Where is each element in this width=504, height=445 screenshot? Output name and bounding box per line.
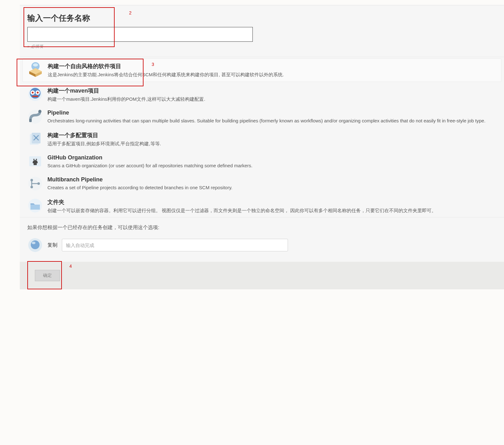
item-desc: 适用于多配置项目,例如多环境测试,平台指定构建,等等. (47, 140, 496, 147)
copy-row: 复制 (27, 237, 496, 253)
item-content: 文件夹 创建一个可以嵌套存储的容器。利用它可以进行分组。 视图仅仅是一个过滤器，… (47, 198, 496, 214)
item-content: 构建一个多配置项目 适用于多配置项目,例如多环境测试,平台指定构建,等等. (47, 131, 496, 147)
item-desc: Orchestrates long-running activities tha… (47, 117, 496, 125)
svg-point-6 (32, 92, 34, 94)
copy-label: 复制 (47, 242, 57, 249)
copy-from-input[interactable] (62, 239, 288, 251)
item-desc: 构建一个maven项目.Jenkins利用你的POM文件,这样可以大大减轻构建配… (47, 96, 496, 103)
item-title: Multibranch Pipeline (47, 176, 496, 183)
copy-hint: 如果你想根据一个已经存在的任务创建，可以使用这个选项: (27, 224, 496, 231)
svg-point-1 (33, 63, 38, 67)
item-title: 构建一个多配置项目 (47, 131, 496, 139)
new-item-page: 2 3 输入一个任务名称 » 必填项 构建一个自由风格的软件项目 (20, 5, 504, 289)
svg-point-27 (32, 242, 35, 244)
svg-rect-8 (32, 96, 38, 97)
project-type-folder[interactable]: 文件夹 创建一个可以嵌套存储的容器。利用它可以进行分组。 视图仅仅是一个过滤器，… (20, 195, 504, 217)
item-title: GitHub Organization (47, 154, 496, 161)
item-desc: 创建一个可以嵌套存储的容器。利用它可以进行分组。 视图仅仅是一个过滤器，而文件夹… (47, 207, 496, 214)
item-content: 构建一个maven项目 构建一个maven项目.Jenkins利用你的POM文件… (47, 86, 496, 103)
item-content: 构建一个自由风格的软件项目 这是Jenkins的主要功能.Jenkins将会结合… (48, 62, 496, 78)
folder-icon (27, 198, 43, 213)
header-section: 输入一个任务名称 » 必填项 (20, 5, 504, 57)
project-types-list: 构建一个自由风格的软件项目 这是Jenkins的主要功能.Jenkins将会结合… (20, 57, 504, 217)
ok-button[interactable]: 确定 (35, 270, 60, 281)
item-desc: Scans a GitHub organization (or user acc… (47, 162, 496, 169)
item-name-input[interactable] (27, 27, 253, 42)
svg-rect-11 (29, 119, 32, 122)
required-note: » 必填项 (27, 44, 496, 49)
github-icon (27, 154, 43, 169)
project-type-freestyle[interactable]: 构建一个自由风格的软件项目 这是Jenkins的主要功能.Jenkins将会结合… (22, 58, 501, 82)
annotation-label-4: 4 (69, 264, 72, 269)
svg-point-7 (37, 92, 39, 94)
annotation-label-2: 2 (129, 10, 132, 15)
project-type-github-org[interactable]: GitHub Organization Scans a GitHub organ… (20, 151, 504, 173)
svg-point-21 (30, 179, 33, 181)
project-type-multiconfig[interactable]: 构建一个多配置项目 适用于多配置项目,例如多环境测试,平台指定构建,等等. (20, 128, 504, 151)
footer-section: 4 确定 (20, 262, 504, 289)
svg-point-22 (30, 186, 33, 188)
svg-point-23 (37, 182, 40, 185)
item-content: Pipeline Orchestrates long-running activ… (47, 109, 496, 125)
item-title: 构建一个自由风格的软件项目 (48, 62, 496, 70)
maven-icon (27, 86, 43, 102)
item-title: Pipeline (47, 110, 496, 116)
svg-point-18 (33, 159, 35, 160)
annotation-label-3: 3 (152, 62, 154, 67)
item-content: Multibranch Pipeline Creates a set of Pi… (47, 176, 496, 191)
project-type-pipeline[interactable]: Pipeline Orchestrates long-running activ… (20, 106, 504, 128)
svg-point-16 (35, 137, 37, 139)
svg-point-10 (38, 110, 41, 113)
item-content: GitHub Organization Scans a GitHub organ… (47, 154, 496, 169)
multiconfig-icon (27, 131, 43, 147)
project-type-multibranch[interactable]: Multibranch Pipeline Creates a set of Pi… (20, 173, 504, 195)
item-title: 构建一个maven项目 (47, 87, 496, 94)
svg-point-19 (36, 159, 37, 160)
box-icon (28, 62, 43, 78)
multibranch-icon (27, 176, 43, 191)
copy-sphere-icon (27, 237, 43, 253)
item-desc: Creates a set of Pipeline projects accor… (47, 184, 496, 191)
copy-from-section: 如果你想根据一个已经存在的任务创建，可以使用这个选项: 复制 (20, 217, 504, 262)
item-title: 文件夹 (47, 198, 496, 206)
svg-point-26 (31, 240, 40, 249)
pipeline-icon (27, 109, 43, 125)
page-title: 输入一个任务名称 (27, 13, 496, 23)
project-type-maven[interactable]: 构建一个maven项目 构建一个maven项目.Jenkins利用你的POM文件… (20, 83, 504, 106)
item-desc: 这是Jenkins的主要功能.Jenkins将会结合任何SCM和任何构建系统来构… (48, 71, 496, 78)
